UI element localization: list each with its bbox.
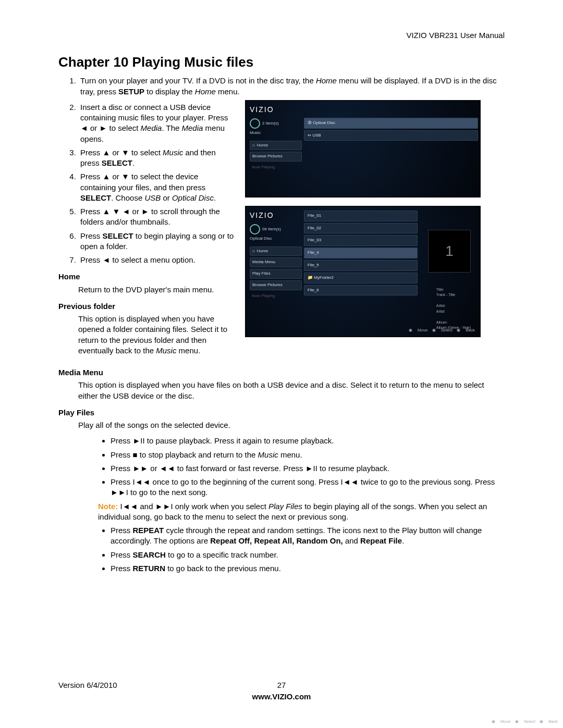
prompts: ◉ Move◉ Select◉ Back xyxy=(487,719,558,725)
track-meta: Title:Track - Title Artist:Artist Album:… xyxy=(436,287,471,331)
screenshot-file-list: VIZIO 06 Item(s) Optical Disc ⌂Home Medi… xyxy=(245,206,481,337)
step-7: Press ◄ to select a menu option. xyxy=(78,255,236,265)
row-optical: ⦿ Optical Disc xyxy=(304,118,478,129)
step-list-left: Insert a disc or connect a USB device co… xyxy=(78,102,236,266)
play-bullets-2: Press REPEAT cycle through the repeat an… xyxy=(111,525,505,574)
file-row: File_01 xyxy=(304,211,418,221)
bullet-pause: Press ►II to pause playback. Press it ag… xyxy=(111,436,505,446)
logo: VIZIO xyxy=(250,211,302,220)
doc-header: VIZIO VBR231 User Manual xyxy=(58,30,505,41)
file-row: File_02 xyxy=(304,223,418,234)
page-footer: Version 6/4/2010 27 www.VIZIO.com xyxy=(58,680,505,702)
side-home: ⌂Home xyxy=(250,246,302,256)
step-5: Press ▲ ▼ ◄ or ► to scroll through the f… xyxy=(78,206,236,228)
version-text: Version 6/4/2010 xyxy=(58,680,117,690)
row-usb: ⇔ USB xyxy=(304,130,478,141)
logo: VIZIO xyxy=(250,105,302,115)
bullet-stop: Press ■ to stop playback and return to t… xyxy=(111,450,505,460)
home-icon: ⌂ xyxy=(252,143,255,149)
home-heading: Home xyxy=(58,272,236,282)
file-row: 📁 MyFolder2 xyxy=(304,273,418,283)
play-bullets: Press ►II to pause playback. Press it ag… xyxy=(111,436,505,498)
step-2: Insert a disc or connect a USB device co… xyxy=(78,102,236,144)
page-number: 27 xyxy=(277,680,286,690)
side-browse: Browse Pictures xyxy=(250,280,302,290)
prev-heading: Previous folder xyxy=(58,301,236,312)
file-row: File_03 xyxy=(304,235,418,246)
chapter-title: Chapter 10 Playing Music files xyxy=(58,53,505,71)
file-row: File_4 xyxy=(304,248,418,258)
step-1: Turn on your player and your TV. If a DV… xyxy=(78,76,505,97)
album-thumb: 1 xyxy=(428,230,471,273)
home-text: Return to the DVD player's main menu. xyxy=(78,285,236,295)
play-heading: Play Files xyxy=(58,408,505,418)
media-text: This option is displayed when you have f… xyxy=(78,380,505,401)
bullet-return: Press RETURN to go back to the previous … xyxy=(111,563,505,574)
side-browse: Browse Pictures xyxy=(250,152,302,162)
side-home: ⌂Home xyxy=(250,141,302,151)
side-mediamenu: Media Menu xyxy=(250,257,302,267)
step-6: Press SELECT to begin playing a song or … xyxy=(78,231,236,252)
media-heading: Media Menu xyxy=(58,367,505,378)
bullet-skip: Press I◄◄ once to go to the beginning of… xyxy=(111,477,505,498)
prev-text: This option is displayed when you have o… xyxy=(78,314,236,356)
file-row: File_6 xyxy=(304,285,418,296)
screenshot-media-menu: VIZIO 2 Item(s) Music ⌂Home Browse Pictu… xyxy=(245,100,481,198)
side-nowplaying: Now Playing xyxy=(250,292,302,301)
disc-icon xyxy=(250,224,260,235)
footer-url: www.VIZIO.com xyxy=(58,692,505,702)
side-playfiles: Play Files xyxy=(250,269,302,279)
step-4: Press ▲ or ▼ to select the device contai… xyxy=(78,171,236,203)
step-3: Press ▲ or ▼ to select Music and then pr… xyxy=(78,147,236,169)
bullet-repeat: Press REPEAT cycle through the repeat an… xyxy=(111,525,505,547)
prompts: ◉ Move◉ Select◉ Back xyxy=(405,328,475,334)
side-nowplaying: Now Playing xyxy=(250,163,302,172)
play-intro: Play all of the songs on the selected de… xyxy=(78,420,505,430)
file-row: File_5 xyxy=(304,260,418,271)
home-icon: ⌂ xyxy=(252,249,255,254)
note-text: Note: I◄◄ and ►►I only work when you sel… xyxy=(98,501,505,523)
page: VIZIO VBR231 User Manual Chapter 10 Play… xyxy=(0,0,563,728)
bullet-search: Press SEARCH to go to a specific track n… xyxy=(111,550,505,560)
step-list: Turn on your player and your TV. If a DV… xyxy=(78,76,505,97)
disc-icon xyxy=(250,118,260,129)
bullet-ff: Press ►► or ◄◄ to fast forward or fast r… xyxy=(111,463,505,474)
